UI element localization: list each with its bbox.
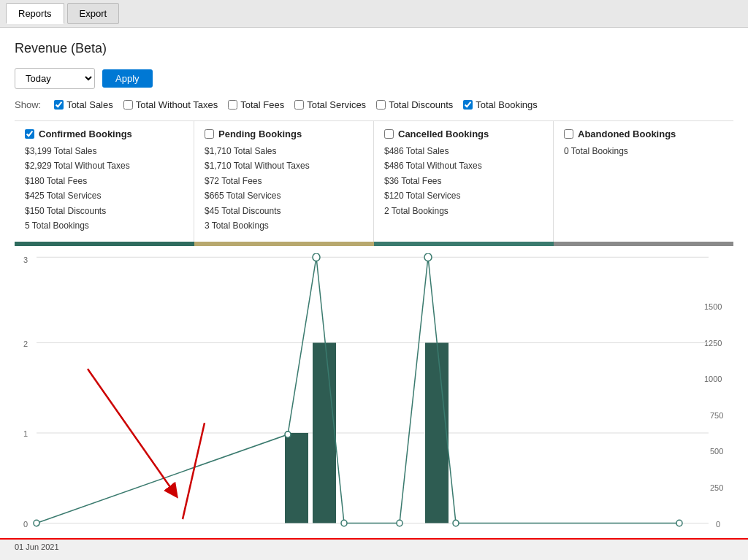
chart-date-label: 01 Jun 2021 bbox=[15, 542, 59, 551]
booking-panels: Confirmed Bookings $3,199 Total Sales $2… bbox=[15, 120, 733, 242]
panel-confirmed-label: Confirmed Bookings bbox=[39, 129, 132, 139]
checkbox-total-sales[interactable]: Total Sales bbox=[54, 99, 113, 110]
point-11 bbox=[341, 521, 347, 526]
show-row: Show: Total Sales Total Without Taxes To… bbox=[15, 99, 733, 110]
panel-confirmed-checkbox[interactable] bbox=[25, 129, 34, 139]
checkbox-total-services[interactable]: Total Services bbox=[294, 99, 366, 110]
svg-text:750: 750 bbox=[710, 411, 723, 420]
point-10 bbox=[313, 253, 320, 261]
bar-14 bbox=[425, 343, 449, 523]
filter-row: Today Yesterday This Week This Month Cus… bbox=[15, 68, 733, 89]
panel-abandoned: Abandoned Bookings 0 Total Bookings bbox=[554, 121, 733, 242]
checkbox-total-bookings[interactable]: Total Bookings bbox=[463, 99, 538, 110]
point-13 bbox=[397, 521, 402, 526]
svg-text:0: 0 bbox=[23, 520, 28, 529]
svg-text:250: 250 bbox=[710, 483, 723, 492]
show-label: Show: bbox=[15, 99, 41, 110]
panel-abandoned-stats: 0 Total Bookings bbox=[564, 144, 723, 158]
panel-cancelled-label: Cancelled Bookings bbox=[398, 129, 489, 139]
panel-confirmed: Confirmed Bookings $3,199 Total Sales $2… bbox=[15, 121, 194, 242]
panel-pending-stats: $1,710 Total Sales $1,710 Total Without … bbox=[205, 144, 363, 233]
chart-footer: 01 Jun 2021 bbox=[0, 538, 748, 557]
arrow-annotation-1 bbox=[88, 369, 174, 493]
panel-pending: Pending Bookings $1,710 Total Sales $1,7… bbox=[194, 121, 374, 242]
svg-text:1: 1 bbox=[23, 429, 28, 438]
bar-10 bbox=[313, 343, 336, 523]
main-content: Revenue (Beta) Today Yesterday This Week… bbox=[0, 28, 748, 246]
line-chart bbox=[37, 258, 679, 523]
point-09 bbox=[285, 431, 291, 437]
page-title: Revenue (Beta) bbox=[15, 41, 733, 56]
point-14 bbox=[424, 253, 432, 261]
revenue-chart: 0 1 2 3 0 250 500 750 1000 1250 1500 bbox=[15, 253, 733, 531]
bar-09 bbox=[285, 433, 308, 523]
point-15 bbox=[453, 521, 459, 526]
panel-cancelled-checkbox[interactable] bbox=[384, 129, 394, 139]
svg-text:3: 3 bbox=[23, 256, 28, 264]
arrow-annotation-2 bbox=[183, 423, 205, 520]
panel-abandoned-label: Abandoned Bookings bbox=[578, 129, 676, 139]
svg-text:1500: 1500 bbox=[704, 302, 722, 311]
point-00 bbox=[34, 521, 39, 526]
svg-text:2: 2 bbox=[23, 340, 28, 348]
chart-area: 0 1 2 3 0 250 500 750 1000 1250 1500 bbox=[0, 246, 748, 538]
svg-text:0: 0 bbox=[716, 520, 720, 529]
panel-cancelled-stats: $486 Total Sales $486 Total Without Taxe… bbox=[384, 144, 543, 218]
panel-abandoned-checkbox[interactable] bbox=[564, 129, 573, 139]
checkbox-total-fees[interactable]: Total Fees bbox=[228, 99, 284, 110]
checkbox-total-without-taxes[interactable]: Total Without Taxes bbox=[123, 99, 218, 110]
panel-pending-label: Pending Bookings bbox=[218, 129, 302, 139]
apply-button[interactable]: Apply bbox=[102, 69, 153, 88]
svg-text:500: 500 bbox=[710, 448, 723, 456]
tab-export[interactable]: Export bbox=[67, 3, 120, 24]
panel-pending-checkbox[interactable] bbox=[205, 129, 214, 139]
panel-confirmed-stats: $3,199 Total Sales $2,929 Total Without … bbox=[25, 144, 183, 233]
date-select[interactable]: Today Yesterday This Week This Month Cus… bbox=[15, 68, 95, 89]
checkbox-total-discounts[interactable]: Total Discounts bbox=[376, 99, 453, 110]
top-bar: Reports Export bbox=[0, 0, 748, 28]
svg-text:1000: 1000 bbox=[704, 375, 722, 383]
panel-cancelled: Cancelled Bookings $486 Total Sales $486… bbox=[374, 121, 554, 242]
tab-reports[interactable]: Reports bbox=[6, 3, 64, 24]
point-23 bbox=[676, 521, 682, 526]
